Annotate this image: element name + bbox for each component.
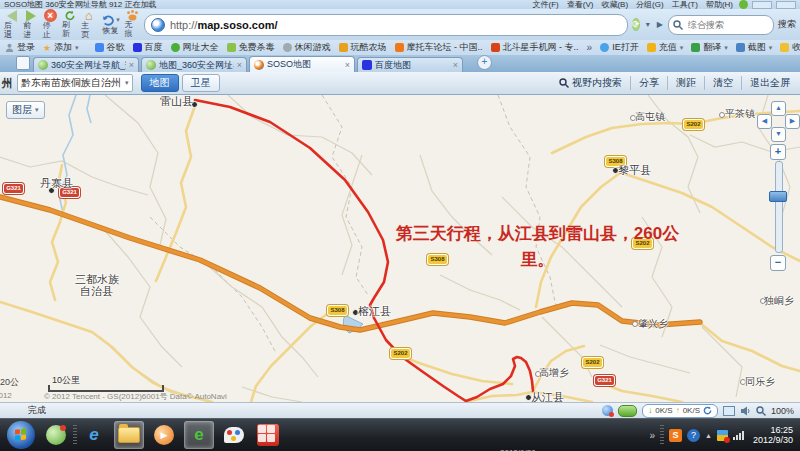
bookmark-item[interactable]: 网址大全 (171, 41, 219, 54)
close-icon[interactable]: × (453, 60, 458, 70)
stop-button[interactable]: × 停止 (43, 10, 58, 39)
address-dropdown-icon[interactable]: ▾ (644, 18, 652, 32)
bookmark-item[interactable]: 休闲游戏 (283, 41, 331, 54)
window-control-button[interactable] (752, 1, 772, 9)
moto-forum-icon (395, 43, 404, 52)
tab-map-nav[interactable]: 地图_360安全网址导航 × (141, 57, 247, 72)
tab-soso-map[interactable]: SOSO地图 × (249, 56, 355, 72)
zoom-slider-handle[interactable] (769, 191, 787, 202)
tray-expand-icon[interactable]: ▲ (705, 432, 712, 439)
taskbar-app-paint[interactable] (220, 422, 248, 448)
tray-overflow-chevron[interactable]: » (649, 430, 655, 441)
address-bar[interactable]: http://map.soso.com/ (144, 14, 628, 36)
tab-baidu-map[interactable]: 百度地图 × (357, 57, 463, 72)
menu-view[interactable]: 查看(V) (567, 0, 594, 9)
back-button[interactable]: 后退 (4, 10, 19, 39)
exit-fullscreen-button[interactable]: 退出全屏 (741, 76, 798, 90)
screenshot-button[interactable]: 截图▾ (736, 41, 773, 54)
skin-icon[interactable] (739, 0, 748, 9)
recharge-button[interactable]: 充值▾ (647, 41, 684, 54)
home-button[interactable]: ⌂ 主页 (81, 10, 96, 39)
translate-button[interactable]: 翻译▾ (691, 41, 728, 54)
speaker-icon[interactable] (740, 406, 751, 416)
layer-button[interactable]: 图层 ▾ (6, 101, 45, 119)
refresh-button[interactable]: 刷新 (62, 10, 77, 39)
network-signal-icon[interactable] (733, 431, 744, 440)
show-desktop-button[interactable] (16, 56, 30, 70)
bookmark-item[interactable]: 玩酷农场 (339, 41, 387, 54)
search-in-view-button[interactable]: 视野内搜索 (551, 76, 630, 90)
zoom-slider-track[interactable] (775, 161, 783, 253)
bookmark-item[interactable]: 免费杀毒 (227, 41, 275, 54)
menu-file[interactable]: 文件(F) (533, 0, 559, 9)
chevron-down-icon: ▾ (680, 44, 684, 52)
save-article-button[interactable]: 收藏正文▾ (780, 41, 800, 54)
close-icon[interactable]: × (129, 60, 134, 70)
measure-button[interactable]: 测距 (667, 76, 704, 90)
window-control-button[interactable] (776, 1, 796, 9)
taskbar-app-media-player[interactable]: ▶ (150, 422, 178, 448)
taskbar-app-explorer[interactable] (114, 421, 144, 449)
status-right: ↓ 0K/S ↑ 0K/S 100% (602, 404, 794, 418)
network-speed-indicator[interactable]: ↓ 0K/S ↑ 0K/S (642, 404, 718, 418)
start-button[interactable] (7, 421, 35, 449)
map-label-zhaoxing: 肇兴乡 (638, 317, 668, 331)
menu-favorites[interactable]: 收藏(B) (601, 0, 628, 9)
speedup-ball-icon[interactable] (618, 405, 637, 417)
menu-groups[interactable]: 分组(G) (636, 0, 664, 9)
open-in-ie-button[interactable]: IE打开 (600, 41, 639, 54)
chevron-down-icon[interactable]: ▾ (116, 16, 120, 24)
search-input[interactable] (686, 19, 760, 31)
taskbar-app-360[interactable] (42, 422, 70, 448)
bookmark-item[interactable]: 谷歌 (95, 41, 125, 54)
bookmark-item[interactable]: 百度 (133, 41, 163, 54)
sogou-input-icon[interactable]: S (669, 429, 682, 442)
road-shield: S202 (684, 120, 703, 129)
tray-clock[interactable]: 16:25 2012/9/30 (753, 425, 793, 446)
zoom-in-button[interactable]: + (770, 144, 786, 160)
beidou-icon (491, 43, 500, 52)
taskbar-app-ie[interactable]: e (80, 422, 108, 448)
menu-bar: 文件(F) 查看(V) 收藏(B) 分组(G) 工具(T) 帮助(H) (533, 0, 733, 9)
search-box[interactable] (668, 15, 774, 35)
close-icon[interactable]: × (237, 60, 242, 70)
forward-button[interactable]: 前进 (23, 10, 38, 39)
satellite-mode-button[interactable]: 卫星 (182, 74, 220, 92)
360-favicon (38, 60, 48, 70)
help-tray-icon[interactable]: ? (687, 429, 700, 442)
window-icon[interactable] (723, 406, 735, 416)
new-tab-button[interactable]: + (477, 55, 492, 70)
incognito-button[interactable]: 无痕 (125, 10, 140, 39)
zoom-out-button[interactable]: − (770, 255, 786, 271)
bookmark-item[interactable]: 摩托车论坛 - 中国.. (395, 41, 483, 54)
menu-help[interactable]: 帮助(H) (706, 0, 733, 9)
paint-palette-icon (224, 427, 244, 443)
pan-up-button[interactable]: ▲ (771, 101, 786, 116)
map-mode-button[interactable]: 地图 (141, 74, 179, 92)
share-button[interactable]: 分享 (630, 76, 667, 90)
proxy-globe-icon[interactable] (602, 405, 613, 416)
pan-left-button[interactable]: ◀ (757, 114, 772, 129)
pan-down-button[interactable]: ▼ (771, 127, 786, 142)
close-icon[interactable]: × (345, 60, 350, 70)
action-center-flag-icon[interactable] (717, 430, 728, 441)
bookmark-item[interactable]: 北斗星手机网 - 专.. (491, 41, 579, 54)
login-button[interactable]: 登录 (5, 41, 35, 54)
chevron-down-icon: ▾ (35, 106, 39, 114)
taskbar-app-360-browser[interactable]: e (184, 421, 214, 449)
pan-right-button[interactable]: ▶ (785, 114, 800, 129)
search-button[interactable]: 搜索 (778, 18, 796, 31)
region-select[interactable]: 黔东南苗族侗族自治州 ▾ (17, 74, 133, 92)
map-viewport[interactable]: G321 G321 G321 S308 S308 S308 S202 S202 … (0, 95, 800, 402)
go-icon[interactable]: ▶ (656, 18, 664, 32)
restore-button[interactable]: ▾ 恢复 (101, 10, 121, 39)
clear-button[interactable]: 清空 (704, 76, 741, 90)
page-zoom-level[interactable]: 100% (771, 406, 794, 416)
menu-tools[interactable]: 工具(T) (672, 0, 698, 9)
taskbar-app-reader[interactable] (254, 422, 282, 448)
add-bookmark-button[interactable]: ★ 添加 ▾ (43, 41, 79, 54)
page-zoom-icon[interactable] (756, 406, 766, 416)
bookmarks-overflow-chevron[interactable]: » (587, 42, 593, 53)
tab-360-nav[interactable]: 360安全网址导航_安全... × (33, 57, 139, 72)
refresh-page-icon[interactable]: ⟳ (632, 18, 640, 31)
